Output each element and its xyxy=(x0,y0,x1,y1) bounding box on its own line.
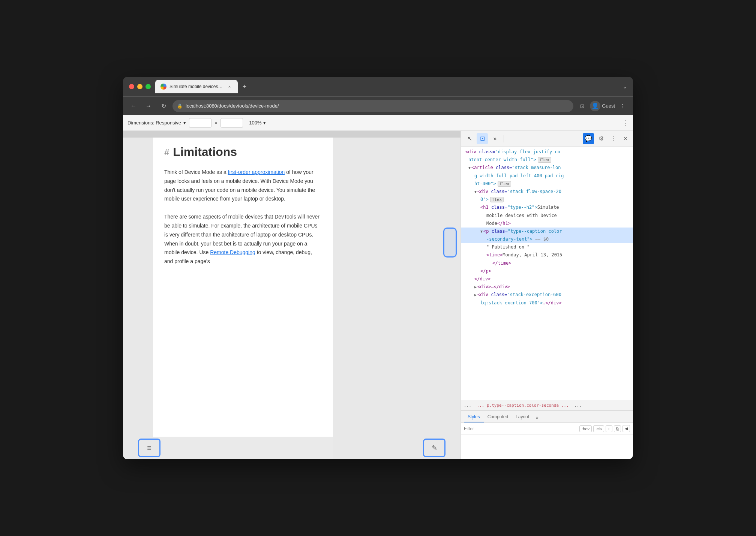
bottom-menu-icon-box[interactable]: ≡ xyxy=(138,439,160,457)
height-input[interactable]: 415 xyxy=(220,118,243,128)
settings-button[interactable]: ⚙ xyxy=(596,133,607,144)
styles-tabs: Styles Computed Layout » xyxy=(461,411,633,423)
tree-line-2[interactable]: ▼<article class="stack measure-lon xyxy=(461,164,633,172)
address-text: localhost:8080/docs/devtools/device-mode… xyxy=(186,103,279,109)
nav-bar: ← → ↻ 🔒 localhost:8080/docs/devtools/dev… xyxy=(123,96,633,115)
html-tree: <div class="display-flex justify-co nten… xyxy=(461,147,633,400)
bookmark-button[interactable]: ⊡ xyxy=(576,100,588,112)
address-bar[interactable]: 🔒 localhost:8080/docs/devtools/device-mo… xyxy=(172,100,573,112)
styles-filter-input[interactable] xyxy=(464,426,577,431)
profile-icon: 👤 xyxy=(591,102,599,109)
tree-line-16[interactable]: </div> xyxy=(461,275,633,283)
zoom-chevron-icon: ▾ xyxy=(263,120,266,126)
refresh-button[interactable]: ↻ xyxy=(158,100,170,112)
breadcrumb-ellipsis-1: ... xyxy=(464,403,471,408)
page-viewport: # Limitations Think of Device Mode as a … xyxy=(123,131,460,459)
styles-tabs-more[interactable]: » xyxy=(534,413,540,422)
sidebar-style-button[interactable]: ◀ xyxy=(622,425,630,432)
back-button[interactable]: ← xyxy=(128,100,140,112)
ruler-top xyxy=(123,131,460,138)
paragraph-1-text-before: Think of Device Mode as a xyxy=(164,169,228,175)
tree-line-18[interactable]: ▶<div class="stack-exception-600 xyxy=(461,291,633,299)
tree-line-10[interactable]: ▼<p class="type--caption color xyxy=(461,228,633,235)
tree-line-13[interactable]: <time>Monday, April 13, 2015 xyxy=(461,251,633,259)
tab-dropdown-button[interactable]: ⌄ xyxy=(623,84,627,90)
heading-hash: # xyxy=(164,147,169,157)
inspect-element-button[interactable]: ↖ xyxy=(464,133,475,144)
device-mode-button[interactable]: ⊡ xyxy=(477,133,488,144)
bottom-edit-icon-box[interactable]: ✎ xyxy=(423,439,446,457)
close-window-button[interactable] xyxy=(129,84,134,89)
active-tab[interactable]: Simulate mobile devices with D × xyxy=(155,80,238,93)
class-toggle-button[interactable]: .cls xyxy=(593,425,604,432)
tab-title: Simulate mobile devices with D xyxy=(170,84,224,89)
tree-line-7[interactable]: <h1 class="type--h2">Simulate xyxy=(461,204,633,211)
add-style-button[interactable]: + xyxy=(606,425,612,432)
page-frame: # Limitations Think of Device Mode as a … xyxy=(153,138,333,459)
toolbar-separator xyxy=(504,135,504,142)
title-bar: Simulate mobile devices with D × + ⌄ xyxy=(123,77,633,96)
breadcrumb-ellipsis-2: ... xyxy=(574,403,582,408)
zoom-dropdown[interactable]: 100% ▾ xyxy=(249,120,266,126)
more-options-button[interactable]: ⋮ xyxy=(616,100,628,112)
page-sidebar-right xyxy=(333,138,460,459)
profile-button[interactable]: 👤 xyxy=(590,101,600,111)
main-area: # Limitations Think of Device Mode as a … xyxy=(123,131,633,459)
first-order-link[interactable]: first-order approximation xyxy=(228,169,285,175)
more-devtools-button[interactable]: ⋮ xyxy=(608,133,620,144)
minimize-window-button[interactable] xyxy=(137,84,142,89)
tab-bar: Simulate mobile devices with D × + ⌄ xyxy=(155,80,627,93)
width-input[interactable]: 480 xyxy=(189,118,212,128)
edit-icon: ✎ xyxy=(432,444,437,452)
paragraph-1: Think of Device Mode as a first-order ap… xyxy=(164,168,322,204)
copy-style-button[interactable]: ⎘ xyxy=(614,425,621,432)
tree-line-12[interactable]: " Published on " xyxy=(461,243,633,251)
tree-line-0[interactable]: <div class="display-flex justify-co xyxy=(461,148,633,156)
chrome-favicon-icon xyxy=(160,84,166,90)
menu-icon: ≡ xyxy=(147,444,152,452)
nav-right-controls: ⊡ 👤 Guest ⋮ xyxy=(576,100,628,112)
hover-state-button[interactable]: :hov xyxy=(579,425,592,432)
tree-line-19[interactable]: lq:stack-excntion-700">…</div> xyxy=(461,299,633,307)
tree-line-11[interactable]: -secondary-text"> == $0 xyxy=(461,235,633,243)
close-devtools-button[interactable]: × xyxy=(621,134,630,143)
tree-line-15[interactable]: </p> xyxy=(461,267,633,275)
devtools-breadcrumb: ... ... p.type--caption.color-seconda ..… xyxy=(461,400,633,410)
dimensions-chevron-icon: ▾ xyxy=(183,120,186,126)
tree-line-1[interactable]: ntent-center width-full">flex xyxy=(461,156,633,164)
maximize-window-button[interactable] xyxy=(146,84,151,89)
breadcrumb-selected[interactable]: ... p.type--caption.color-seconda ... xyxy=(477,403,569,408)
tree-line-5[interactable]: ▼<div class="stack flow-space-20 xyxy=(461,188,633,196)
device-mode-bar: Dimensions: Responsive ▾ 480 × 415 100% … xyxy=(123,115,633,131)
page-sidebar-left xyxy=(123,138,153,459)
profile-label: Guest xyxy=(602,103,615,109)
lock-icon: 🔒 xyxy=(177,103,183,109)
tab-close-button[interactable]: × xyxy=(226,84,232,90)
tree-line-4[interactable]: ht-400">flex xyxy=(461,180,633,188)
devtools-panel: ↖ ⊡ » 💬 ⚙ ⋮ × <div class="display-flex j… xyxy=(460,131,633,459)
paragraph-2: There are some aspects of mobile devices… xyxy=(164,213,322,266)
scroll-handle[interactable] xyxy=(443,228,457,258)
console-button[interactable]: 💬 xyxy=(583,133,594,144)
tab-layout[interactable]: Layout xyxy=(512,412,533,422)
tree-line-9[interactable]: Mode</h1> xyxy=(461,220,633,228)
tab-computed[interactable]: Computed xyxy=(484,412,512,422)
remote-debugging-link[interactable]: Remote Debugging xyxy=(210,249,255,255)
page-content-wrapper: # Limitations Think of Device Mode as a … xyxy=(123,138,460,459)
dimensions-dropdown[interactable]: Dimensions: Responsive ▾ xyxy=(128,120,186,126)
tree-line-8[interactable]: mobile devices with Device xyxy=(461,212,633,220)
forward-button[interactable]: → xyxy=(142,100,154,112)
dimensions-label: Dimensions: Responsive xyxy=(128,120,181,126)
new-tab-button[interactable]: + xyxy=(239,81,250,92)
tab-styles[interactable]: Styles xyxy=(464,412,484,422)
bottom-touch-icons: ≡ ✎ xyxy=(123,437,460,459)
more-panels-button[interactable]: » xyxy=(489,133,501,144)
styles-filter-bar: :hov .cls + ⎘ ◀ xyxy=(461,423,633,435)
tree-line-6[interactable]: 0">flex xyxy=(461,196,633,204)
tree-line-3[interactable]: g width-full pad-left-400 pad-rig xyxy=(461,172,633,180)
device-bar-more-button[interactable]: ⋮ xyxy=(622,119,628,127)
tree-line-14[interactable]: </time> xyxy=(461,259,633,267)
zoom-label: 100% xyxy=(249,120,261,126)
tag-text: <div xyxy=(465,149,479,154)
tree-line-17[interactable]: ▶<div>…</div> xyxy=(461,283,633,291)
